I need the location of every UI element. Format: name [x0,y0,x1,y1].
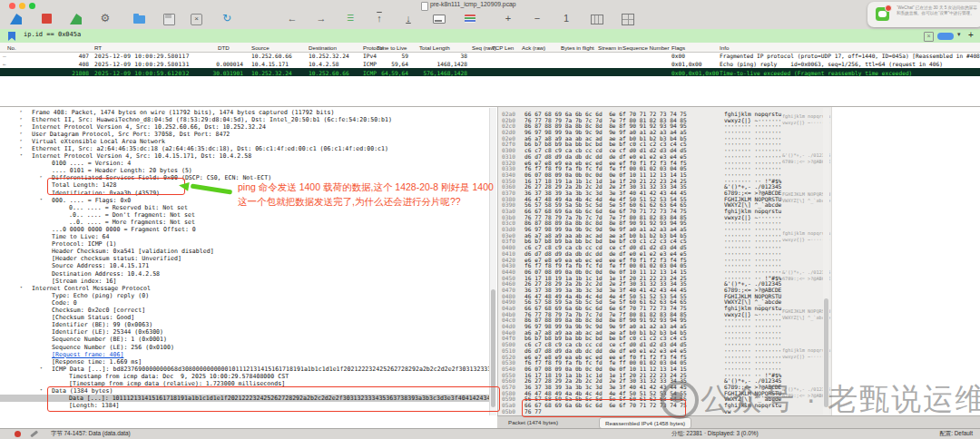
expand-arrow-icon[interactable]: ▸ [20,116,23,121]
column-header[interactable]: Destination [309,44,337,51]
hex-row[interactable]: 0430 f6 f7 f8 f9 fa fb fc fd fe ff 00 01… [497,262,824,268]
hex-row[interactable]: 0320 e6 e7 e8 e9 ea eb ec ed ee ef f0 f1… [497,160,824,166]
display-filter-bar[interactable] [0,29,980,44]
hex-row[interactable]: 0390 56 57 58 59 5a 5b 5c 5d 5e 5f 60 61… [497,201,824,208]
byte-source-tab[interactable]: Packet (1474 bytes) [503,417,564,427]
detail-line[interactable]: [Request frame: 406] [0,350,495,357]
go-forward-icon[interactable]: → [314,12,328,26]
hex-row[interactable]: 0460 26 27 28 29 2a 2b 2c 2d 2e 2f 30 31… [497,280,824,287]
detail-line[interactable]: [Checksum Status: Good] [0,314,495,321]
hex-row[interactable]: 04b0 76 77 78 79 7a 7b 7c 7d 7e 7f 80 81… [497,311,824,317]
detail-scrollbar[interactable] [489,108,496,415]
hex-row[interactable]: 0360 26 27 28 29 2a 2b 2c 2d 2e 2f 30 31… [497,183,824,190]
hex-row[interactable]: 0500 c6 c7 c8 c9 ca cb cc cd ce cf d0 d1… [497,341,824,347]
detail-line[interactable]: Type: Echo (ping) reply (0) [0,291,495,298]
expert-info-icon[interactable] [15,431,21,437]
column-header[interactable]: No. [7,44,16,51]
hex-row[interactable]: 0380 46 47 48 49 4a 4b 4c 4d 4e 4f 50 51… [497,196,824,202]
hex-row[interactable]: 0420 e6 e7 e8 e9 ea eb ec ed ee ef f0 f1… [497,257,824,263]
hex-row[interactable]: 04c0 86 87 88 89 8a 8b 8c 8d 8e 8f 90 91… [497,317,824,323]
detail-line[interactable]: Code: 0 [0,298,495,306]
detail-line[interactable]: ▸ Internet Protocol Version 4, Src: 10.2… [0,122,495,130]
hex-row[interactable]: 02f0 b6 b7 b8 b9 ba bb bc bd be bf c0 c1… [497,141,824,147]
pane-divider[interactable] [0,106,980,107]
hex-row[interactable]: 0490 56 57 58 59 5a 5b 5c 5d 5e 5f 60 61… [497,298,824,305]
expand-arrow-icon[interactable]: ▸ [20,131,23,135]
go-first-icon[interactable]: ↑ [372,12,387,26]
detail-line[interactable]: Time to Live: 64 [0,233,495,240]
hex-row[interactable]: 0310 d6 d7 d8 d9 da db dc dd de df e0 e1… [497,153,824,160]
hex-row[interactable]: 0400 c6 c7 c8 c9 ca cb cc cd ce cf d0 d1… [497,244,824,250]
hex-row[interactable]: 04e0 a6 a7 a8 a9 aa ab ac ad ae af b0 b1… [497,329,824,336]
stop-capture-icon[interactable] [40,12,54,26]
packet-row[interactable]: 21808 2025-12-09 10:00:59.612032 30.0319… [0,68,980,76]
detail-line[interactable]: ..0. .... = More fragments: Not set [0,218,495,225]
hex-row[interactable]: 0560 26 27 28 29 2a 2b 2c 2d 2e 2f 30 31… [497,377,824,384]
go-back-icon[interactable]: ← [285,12,299,26]
expand-arrow-icon[interactable]: ▾ [20,152,23,157]
detail-line[interactable]: Identifier (BE): 99 (0x0063) [0,321,495,328]
capture-options-icon[interactable]: ⚙ [98,12,113,26]
detail-line[interactable]: ▸ Ethernet II, Src: HuaweiTechno_d8:04:5… [0,115,495,122]
reload-file-icon[interactable]: ↻ [220,12,234,26]
hex-row[interactable]: 0410 d6 d7 d8 d9 da db dc dd de df e0 e1… [497,250,824,257]
detail-line[interactable]: ▾ Internet Protocol Version 4, Src: 10.4… [0,152,495,160]
start-capture-icon[interactable] [9,12,24,26]
hex-row[interactable]: 03f0 b6 b7 b8 b9 ba bb bc bd be bf c0 c1… [497,238,824,244]
detail-line[interactable]: Sequence Number (LE): 256 (0x0100) [0,343,495,350]
display-filter-input[interactable]: ip.id == 0x045a [24,31,81,38]
filter-dropdown-icon[interactable]: ▾ [957,31,961,38]
column-header[interactable]: Stream in [598,44,622,51]
detail-line[interactable]: .0.. .... = Don't fragment: Not set [0,210,495,218]
zoom-reset-icon[interactable]: 1 [559,12,573,26]
detail-line[interactable]: Source Address: 10.4.15.171 [0,262,495,269]
column-header[interactable]: Ack (raw) [522,44,545,51]
expand-arrow-icon[interactable]: ▸ [40,174,43,179]
hex-row[interactable]: 0370 36 37 38 39 3a 3b 3c 3d 3e 3f 40 41… [497,190,824,196]
zoom-in-icon[interactable]: + [501,12,515,26]
hex-row[interactable]: 03e0 a6 a7 a8 a9 aa ab ac ad ae af b0 b1… [497,232,824,239]
hex-row[interactable]: 0450 16 17 18 19 1a 1b 1c 1d 1e 1f 20 21… [497,275,824,281]
detail-line[interactable]: ▸ Ethernet II, Src: a2:64:46:35:dc:18 (a… [0,144,495,151]
detail-line[interactable]: Checksum: 0x2ec0 [correct] [0,307,495,314]
notification-popup[interactable]: “WeChat” 已在过去 30 天 5 次访问你的屏幕和系统音频。你可以在“设… [867,2,980,27]
hex-scrollbar[interactable] [823,108,829,415]
close-file-icon[interactable]: × [191,14,202,25]
detail-line[interactable]: ▾ ICMP Data [...]: bd8237690000000068d30… [0,365,495,372]
expand-arrow-icon[interactable]: ▸ [20,145,23,150]
go-to-packet-icon[interactable]: ☰ [343,12,358,26]
detail-line[interactable]: ...0 0000 0000 0000 = Fragment Offset: 0 [0,226,495,233]
detail-line[interactable]: Identifier (LE): 25344 (0x6300) [0,328,495,336]
expand-arrow-icon[interactable]: ▾ [20,285,23,289]
hex-row[interactable]: 03a0 66 67 68 69 6a 6b 6c 6d 6e 6f 70 71… [497,208,824,214]
auto-scroll-icon[interactable] [432,12,446,26]
expand-arrow-icon[interactable]: ▾ [40,366,43,370]
detail-line[interactable]: .... 0101 = Header Length: 20 bytes (5) [0,167,495,174]
hex-row[interactable]: 0480 46 47 48 49 4a 4b 4c 4d 4e 4f 50 51… [497,293,824,299]
hex-row[interactable]: 0550 16 17 18 19 1a 1b 1c 1d 1e 1f 20 21… [497,372,824,378]
expand-arrow-icon[interactable]: ▸ [20,123,23,128]
detail-line[interactable]: ▸ User Datagram Protocol, Src Port: 3705… [0,130,495,137]
column-header[interactable]: Info [720,44,729,51]
hex-row[interactable]: 0530 f6 f7 f8 f9 fa fb fc fd fe ff 00 01… [497,359,824,366]
detail-line[interactable]: [Header checksum status: Unverified] [0,255,495,262]
expand-arrow-icon[interactable]: ▸ [20,109,23,113]
column-header[interactable]: Time to Live [377,44,407,51]
hex-row[interactable]: 0520 e6 e7 e8 e9 ea eb ec ed ee ef f0 f1… [497,354,824,360]
go-last-icon[interactable]: ↓ [401,12,416,26]
hex-row[interactable]: 0300 c6 c7 c8 c9 ca cb cc cd ce cf d0 d1… [497,147,824,153]
hex-row[interactable]: 04a0 66 67 68 69 6a 6b 6c 6d 6e 6f 70 71… [497,305,824,311]
hex-row[interactable]: 04d0 96 97 98 99 9a 9b 9c 9d 9e 9f a0 a1… [497,323,824,329]
save-file-icon[interactable] [162,12,176,26]
detail-line[interactable]: ▸ Frame 408: Packet, 1474 bytes on wire … [0,108,495,115]
packet-row[interactable]: – 407 2025-12-09 10:00:29.580117 10.252.… [0,52,980,60]
detail-line[interactable]: [Stream index: 16] [0,277,495,284]
zoom-out-icon[interactable]: − [530,12,544,26]
hex-row[interactable]: 03d0 96 97 98 99 9a 9b 9c 9d 9e 9f a0 a1… [497,226,824,232]
resize-columns-icon[interactable] [590,12,604,26]
colorize-icon[interactable] [463,12,477,26]
detail-line[interactable]: ▸ Virtual eXtensible Local Area Network [0,137,495,144]
hex-row[interactable]: 02d0 96 97 98 99 9a 9b 9c 9d 9e 9f a0 a1… [497,129,824,135]
column-header[interactable]: TCP Len [492,44,514,51]
column-header[interactable]: Flags [671,44,685,51]
